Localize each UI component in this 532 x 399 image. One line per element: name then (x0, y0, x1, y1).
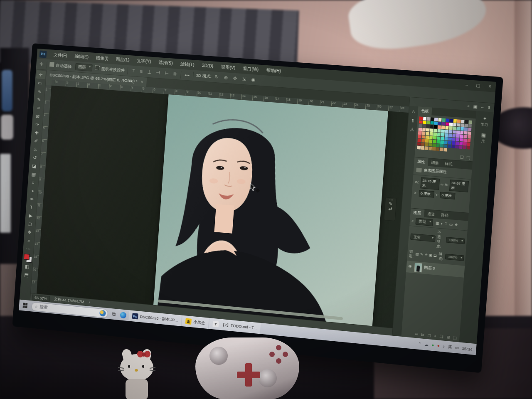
color-swatch[interactable] (455, 145, 459, 148)
tray-expand-icon[interactable]: ⌃ (418, 342, 421, 346)
flip-view-icon[interactable]: ⇄ (388, 206, 392, 211)
color-swatch[interactable] (443, 148, 447, 151)
color-swatch[interactable] (426, 121, 430, 124)
color-swatch[interactable] (459, 145, 463, 149)
color-swatch[interactable] (468, 120, 472, 123)
color-swatch[interactable] (461, 120, 465, 123)
color-swatch[interactable] (425, 139, 429, 143)
color-swatch[interactable] (463, 145, 466, 149)
color-swatch[interactable] (448, 133, 452, 137)
auto-select-target-dropdown[interactable]: 图层 (75, 63, 92, 71)
pan-3d-icon[interactable]: ✥ (232, 76, 238, 81)
color-swatch[interactable] (444, 144, 448, 148)
fill-dropdown[interactable]: 100% (445, 254, 464, 261)
lock-transparent-icon[interactable]: ▨ (415, 252, 419, 256)
color-swatch[interactable] (423, 121, 426, 124)
auto-select-checkbox[interactable]: 自动选择: (49, 62, 73, 69)
notification-icon[interactable]: ▭ (455, 345, 459, 350)
color-swatch[interactable] (440, 140, 444, 143)
color-swatch[interactable] (448, 130, 452, 133)
link-layers-icon[interactable]: ∞ (415, 332, 418, 336)
color-swatch[interactable] (460, 131, 464, 134)
y-field[interactable]: 0 厘米 (440, 192, 456, 200)
layer-group-icon[interactable]: ❏ (440, 334, 443, 339)
filter-type-icon[interactable]: T (445, 222, 447, 226)
new-swatch-icon[interactable]: ❏ (460, 155, 463, 159)
layer-mask-icon[interactable]: ▢ (427, 333, 431, 337)
color-swatch[interactable] (423, 117, 426, 120)
color-swatch[interactable] (456, 127, 460, 130)
color-swatch[interactable] (464, 124, 468, 127)
color-swatch[interactable] (451, 141, 455, 145)
floating-mini-panel[interactable]: – × ✎⇄ (384, 197, 397, 221)
color-swatch[interactable] (419, 116, 423, 120)
history-brush-tool-icon[interactable]: ↺ (30, 153, 39, 162)
color-swatch[interactable] (446, 118, 449, 122)
roll-3d-icon[interactable]: ⊕ (223, 75, 229, 81)
color-swatch[interactable] (430, 125, 433, 128)
close-button[interactable]: × (484, 81, 496, 92)
healing-brush-tool-icon[interactable]: ✚ (32, 128, 41, 138)
color-swatch[interactable] (418, 128, 422, 131)
dodge-tool-icon[interactable]: ◑ (28, 186, 37, 195)
tab-swatches[interactable]: 色板 (418, 106, 432, 115)
color-swatch[interactable] (440, 144, 443, 147)
menu-item[interactable]: 文件(F) (49, 49, 71, 61)
height-field[interactable]: 34.67 厘米 (449, 180, 469, 192)
color-swatch[interactable] (463, 135, 467, 138)
color-swatch[interactable] (430, 121, 434, 124)
quick-mask-icon[interactable]: ◧ (22, 262, 32, 271)
layer-filter-dropdown[interactable]: 类型 (415, 218, 433, 226)
hand-tool-icon[interactable]: ❖ (25, 228, 34, 237)
new-layer-icon[interactable]: ⊞ (446, 335, 450, 340)
annotate-icon[interactable]: ✎ (389, 201, 393, 206)
quick-selection-tool-icon[interactable]: ✎ (34, 95, 44, 104)
color-swatch[interactable] (433, 140, 436, 143)
color-swatch[interactable] (465, 120, 468, 123)
color-swatch[interactable] (445, 130, 448, 133)
paragraph-panel-icon[interactable]: ¶ (411, 118, 414, 123)
color-swatch[interactable] (437, 136, 441, 140)
onedrive-icon[interactable]: ☁ (424, 342, 429, 347)
tray-green-status-icon[interactable]: ● (431, 343, 434, 347)
color-swatch[interactable] (456, 134, 460, 138)
slide-3d-icon[interactable]: ⇲ (241, 76, 247, 82)
color-swatch[interactable] (430, 128, 433, 132)
volume-icon[interactable]: ♪ (443, 344, 445, 349)
layer-visibility-icon[interactable]: 👁 (408, 264, 412, 269)
delete-layer-icon[interactable]: ⬚ (453, 335, 457, 340)
color-swatch[interactable] (453, 123, 457, 126)
minimize-button[interactable]: – (461, 79, 473, 91)
color-swatch[interactable] (429, 135, 433, 139)
shape-tool-icon[interactable]: ◻ (25, 219, 35, 229)
lock-all-icon[interactable]: ⬓ (433, 254, 437, 258)
tab-调整[interactable]: 调整 (428, 158, 442, 167)
blur-tool-icon[interactable]: ○ (28, 178, 38, 187)
color-swatch[interactable] (418, 131, 422, 135)
color-swatch[interactable] (441, 122, 445, 125)
photo-document[interactable] (153, 94, 388, 326)
color-swatch[interactable] (464, 131, 468, 134)
link-dimensions-icon[interactable]: ∞ (441, 182, 444, 187)
color-swatch[interactable] (421, 143, 425, 146)
align-middle-icon[interactable]: ≡ (139, 69, 144, 74)
lock-artboard-icon[interactable]: ▣ (429, 253, 432, 257)
color-swatch[interactable] (459, 142, 463, 145)
color-swatch[interactable] (436, 140, 440, 143)
color-swatch[interactable] (453, 126, 456, 130)
color-swatch[interactable] (426, 124, 430, 128)
color-swatch[interactable] (429, 132, 433, 135)
taskbar-app-heybox[interactable]: 盒小黑盒 (182, 315, 209, 330)
lock-position-icon[interactable]: ✛ (424, 253, 428, 257)
camera-3d-icon[interactable]: ◉ (250, 77, 256, 83)
orbit-3d-icon[interactable]: ↻ (214, 74, 220, 80)
filter-pixel-icon[interactable]: ▦ (436, 221, 439, 225)
color-swatch[interactable] (436, 147, 440, 150)
task-view-icon[interactable]: ⧉ (112, 311, 116, 317)
color-swatch[interactable] (422, 124, 426, 128)
color-swatch[interactable] (437, 133, 441, 136)
color-swatch[interactable] (433, 129, 437, 132)
start-button[interactable] (19, 303, 32, 309)
screen-mode-icon[interactable]: ⬒ (22, 270, 31, 279)
filter-adjustment-icon[interactable]: ◐ (441, 221, 443, 226)
